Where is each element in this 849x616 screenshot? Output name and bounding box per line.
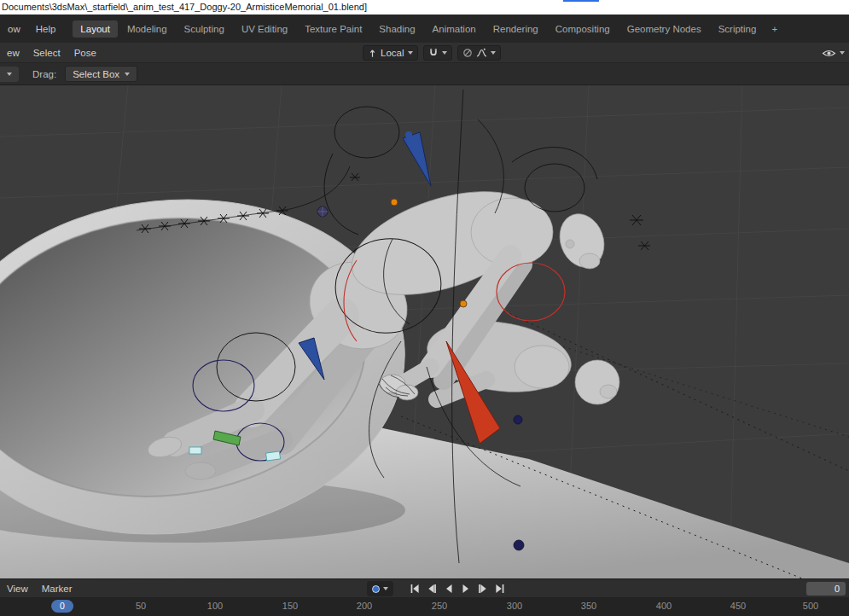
chevron-down-icon [7, 73, 12, 76]
falloff-curve-icon [476, 48, 487, 58]
tab-scripting[interactable]: Scripting [711, 20, 765, 38]
tab-rendering[interactable]: Rendering [486, 20, 546, 38]
ruler-tick: 200 [357, 601, 372, 611]
menu-help[interactable]: Help [28, 15, 64, 43]
navy-dot-2[interactable] [514, 540, 524, 550]
snap-magnet-icon [428, 48, 439, 58]
tab-sculpting[interactable]: Sculpting [177, 20, 232, 38]
tab-uv-editing[interactable]: UV Editing [234, 20, 295, 38]
ruler-tick: 300 [507, 601, 522, 611]
ruler-tick: 350 [581, 601, 596, 611]
drag-label: Drag: [32, 69, 56, 79]
next-keyframe-button[interactable] [474, 581, 491, 596]
playback-transport [406, 581, 508, 596]
window-title: Documents\3dsMax\_starfield\_anim_test_4… [2, 2, 367, 12]
jump-to-end-icon [495, 584, 505, 593]
orientation-value: Local [381, 48, 404, 58]
play-button[interactable] [457, 581, 474, 596]
ruler-tick: 100 [207, 601, 223, 611]
bone-tip-blue [405, 131, 412, 138]
window-titlebar[interactable]: Documents\3dsMax\_starfield\_anim_test_4… [0, 0, 849, 15]
tab-geometry-nodes[interactable]: Geometry Nodes [619, 20, 709, 38]
overlays-toggle[interactable] [817, 45, 849, 61]
viewport-canvas[interactable] [0, 85, 849, 578]
ruler-tick: 250 [432, 601, 447, 611]
chevron-down-icon [840, 51, 845, 55]
tab-texture-paint[interactable]: Texture Paint [297, 20, 369, 38]
transform-orientation-icon [368, 49, 377, 58]
ruler-tick: 150 [282, 601, 298, 611]
tab-shading[interactable]: Shading [371, 20, 422, 38]
workspace-tabs: Layout Modeling Sculpting UV Editing Tex… [72, 20, 784, 38]
auto-keying-dropdown[interactable] [367, 581, 393, 596]
header-center-widgets: Local [363, 45, 501, 61]
viewport-header: ew Select Pose Local [0, 43, 849, 63]
proportional-editing-widget[interactable] [457, 45, 501, 61]
timeline-header: View Marker [0, 578, 849, 597]
ruler-tick: 450 [730, 601, 746, 611]
chevron-down-icon [408, 51, 413, 55]
jump-to-end-button[interactable] [491, 581, 508, 596]
origin-dot-orange-1[interactable] [391, 199, 398, 206]
navy-dot-1[interactable] [514, 416, 522, 424]
ruler-tick: 50 [136, 601, 146, 611]
select-box-dropdown[interactable]: Select Box [65, 66, 137, 82]
tab-modeling[interactable]: Modeling [119, 20, 175, 38]
add-workspace-button[interactable]: + [765, 20, 784, 38]
overlays-eye-icon [822, 49, 836, 58]
chevron-down-icon [383, 587, 388, 590]
tool-dropdown-cut[interactable] [0, 67, 19, 82]
jump-to-start-icon [410, 584, 420, 593]
play-reverse-button[interactable] [440, 581, 456, 596]
chevron-down-icon [125, 73, 130, 76]
chevron-down-icon [491, 51, 496, 55]
current-frame-indicator[interactable]: 0 [51, 600, 73, 613]
current-frame-field[interactable]: 0 [806, 582, 846, 596]
tab-compositing[interactable]: Compositing [548, 20, 618, 38]
transform-orientation-dropdown[interactable]: Local [363, 45, 418, 61]
menu-select[interactable]: Select [26, 43, 67, 62]
menu-window[interactable]: ow [0, 15, 28, 43]
chevron-down-icon [442, 51, 447, 55]
menu-pose[interactable]: Pose [67, 43, 103, 62]
play-icon [461, 584, 471, 593]
prev-keyframe-icon [427, 584, 437, 593]
viewport-3d[interactable] [0, 85, 849, 578]
snapping-widget[interactable] [423, 45, 452, 61]
play-reverse-icon [444, 584, 454, 593]
jump-to-start-button[interactable] [406, 581, 422, 596]
auto-keying-record-icon [372, 585, 380, 593]
bone-box-cyan-2[interactable] [189, 447, 201, 454]
tool-settings-bar: Drag: Select Box [0, 63, 849, 85]
ruler-tick: 500 [803, 601, 818, 611]
prev-keyframe-button[interactable] [423, 581, 439, 596]
tab-animation[interactable]: Animation [425, 20, 484, 38]
ruler-tick: 400 [656, 601, 672, 611]
timeline-menu-marker[interactable]: Marker [35, 579, 79, 597]
proportional-editing-off-icon [462, 48, 473, 58]
origin-dot-orange-2[interactable] [460, 300, 467, 307]
topbar: ow Help Layout Modeling Sculpting UV Edi… [0, 15, 849, 43]
header-right-widgets [817, 45, 849, 61]
select-mode-value: Select Box [73, 69, 119, 79]
timeline-ruler[interactable]: 0 50 100 150 200 250 300 350 400 450 500 [0, 597, 849, 616]
title-bar-accent [563, 0, 599, 2]
timeline-menu-view[interactable]: View [0, 579, 35, 597]
tab-layout[interactable]: Layout [73, 20, 118, 38]
bone-box-cyan-1[interactable] [266, 451, 281, 461]
blender-window: Documents\3dsMax\_starfield\_anim_test_4… [0, 0, 849, 616]
next-keyframe-icon [478, 584, 488, 593]
menu-view[interactable]: ew [0, 43, 26, 62]
